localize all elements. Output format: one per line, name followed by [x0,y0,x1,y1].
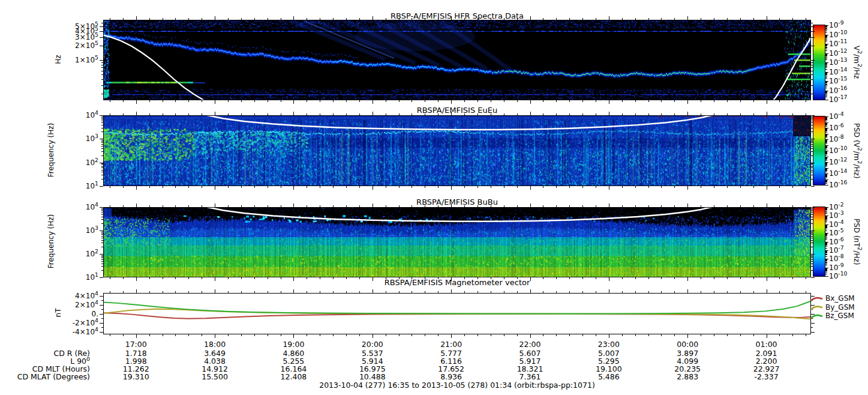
axes-overlay-canvas [0,0,868,395]
rbsp-emfisis-summary-plot: RBSP-A/EMFISIS HFR Spectra DataRBSPA/EMF… [0,0,868,395]
